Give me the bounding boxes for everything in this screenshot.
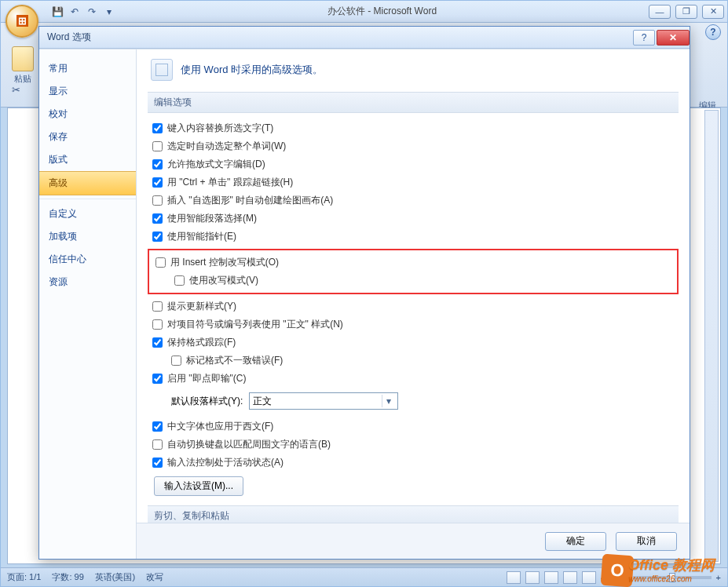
watermark-url: www.office26.com <box>628 574 715 583</box>
opt-drag-drop[interactable]: 允许拖放式文字编辑(D) <box>148 155 679 173</box>
opt-smart-paragraph[interactable]: 使用智能段落选择(M) <box>148 210 679 228</box>
nav-advanced[interactable]: 高级 <box>39 171 136 195</box>
chk-cn-font-latin[interactable] <box>152 421 163 432</box>
chk-typing-replaces[interactable] <box>152 123 163 133</box>
opt-label: 键入内容替换所选文字(T) <box>167 122 273 135</box>
opt-auto-keyboard[interactable]: 自动切换键盘以匹配周围文字的语言(B) <box>148 436 679 454</box>
opt-label: 提示更新样式(Y) <box>167 300 236 313</box>
zoom-in-icon[interactable]: + <box>716 573 721 582</box>
para-style-value: 正文 <box>253 395 272 408</box>
dialog-close-button[interactable]: ✕ <box>657 30 690 46</box>
opt-cn-font-latin[interactable]: 中文字体也应用于西文(F) <box>148 417 679 436</box>
chk-track-formatting[interactable] <box>152 337 163 348</box>
maximize-button[interactable]: ❐ <box>675 5 697 19</box>
chk-drag-drop[interactable] <box>152 159 163 170</box>
quick-access-toolbar: 💾 ↶ ↷ ▾ <box>51 5 115 18</box>
opt-auto-canvas[interactable]: 插入 "自选图形" 时自动创建绘图画布(A) <box>148 191 679 210</box>
opt-label: 使用改写模式(V) <box>189 274 258 287</box>
chk-auto-canvas[interactable] <box>152 195 163 206</box>
opt-label: 选定时自动选定整个单词(W) <box>167 140 286 153</box>
status-words[interactable]: 字数: 99 <box>52 571 83 583</box>
opt-ime-active[interactable]: 输入法控制处于活动状态(A) <box>148 454 679 472</box>
view-web-icon[interactable] <box>544 571 558 584</box>
opt-label: 中文字体也应用于西文(F) <box>167 420 273 433</box>
chk-ctrl-click[interactable] <box>152 177 163 188</box>
chk-mark-inconsistent[interactable] <box>171 355 181 366</box>
nav-resources[interactable]: 资源 <box>39 271 136 294</box>
status-page[interactable]: 页面: 1/1 <box>7 571 41 583</box>
watermark: Office 教程网 www.office26.com <box>628 556 715 583</box>
advanced-icon <box>151 59 173 81</box>
ribbon-help-icon[interactable]: ? <box>705 24 721 40</box>
view-read-icon[interactable] <box>525 571 540 584</box>
view-draft-icon[interactable] <box>582 571 596 584</box>
chk-ime-active[interactable] <box>152 458 163 468</box>
status-language[interactable]: 英语(美国) <box>95 571 135 583</box>
view-print-icon[interactable] <box>507 571 521 584</box>
opt-label: 使用智能指针(E) <box>167 230 236 243</box>
nav-save[interactable]: 保存 <box>39 126 136 148</box>
nav-general[interactable]: 常用 <box>39 57 136 80</box>
paste-icon[interactable] <box>12 46 34 71</box>
opt-use-overtype[interactable]: 使用改写模式(V) <box>151 272 675 290</box>
nav-display[interactable]: 显示 <box>39 80 136 103</box>
window-close-button[interactable]: ✕ <box>702 5 724 19</box>
chk-insert-overtype[interactable] <box>155 257 166 268</box>
titlebar: ⊞ 💾 ↶ ↷ ▾ 办公软件 - Microsoft Word — ❐ ✕ <box>1 1 727 23</box>
para-style-label: 默认段落样式(Y): <box>171 395 243 408</box>
chk-normal-style-lists[interactable] <box>152 319 163 330</box>
window-title: 办公软件 - Microsoft Word <box>115 5 649 18</box>
opt-typing-replaces[interactable]: 键入内容替换所选文字(T) <box>148 119 679 137</box>
qat-dropdown-icon[interactable]: ▾ <box>103 5 115 18</box>
ime-settings-button[interactable]: 输入法设置(M)... <box>154 476 243 496</box>
opt-track-formatting[interactable]: 保持格式跟踪(F) <box>148 334 679 352</box>
nav-addins[interactable]: 加载项 <box>39 225 136 248</box>
nav-layout[interactable]: 版式 <box>39 148 136 171</box>
nav-customize[interactable]: 自定义 <box>39 199 136 225</box>
office-button[interactable]: ⊞ <box>5 5 38 38</box>
nav-trust-center[interactable]: 信任中心 <box>39 248 136 271</box>
opt-label: 启用 "即点即输"(C) <box>167 372 247 385</box>
redo-icon[interactable]: ↷ <box>86 5 98 18</box>
content-heading: 使用 Word 时采用的高级选项。 <box>181 63 323 77</box>
undo-icon[interactable]: ↶ <box>68 5 81 18</box>
section-editing-options: 编辑选项 <box>148 92 679 113</box>
ok-button[interactable]: 确定 <box>545 532 606 551</box>
cancel-button[interactable]: 取消 <box>616 532 677 551</box>
dialog-help-button[interactable]: ? <box>633 30 655 46</box>
view-outline-icon[interactable] <box>563 571 577 584</box>
chk-auto-keyboard[interactable] <box>152 439 163 450</box>
opt-label: 保持格式跟踪(F) <box>167 336 236 349</box>
opt-label: 对项目符号或编号列表使用 "正文" 样式(N) <box>167 318 343 331</box>
chk-select-word[interactable] <box>152 141 163 151</box>
save-icon[interactable]: 💾 <box>51 5 64 18</box>
para-style-select[interactable]: 正文 ▾ <box>249 392 398 410</box>
chevron-down-icon: ▾ <box>382 395 394 407</box>
opt-mark-inconsistent[interactable]: 标记格式不一致错误(F) <box>148 352 679 370</box>
chk-use-overtype[interactable] <box>174 275 185 286</box>
nav-proofing[interactable]: 校对 <box>39 103 136 126</box>
opt-ctrl-click[interactable]: 用 "Ctrl + 单击" 跟踪超链接(H) <box>148 173 679 191</box>
opt-smart-cursor[interactable]: 使用智能指针(E) <box>148 228 679 246</box>
chk-smart-paragraph[interactable] <box>152 213 163 224</box>
status-mode[interactable]: 改写 <box>146 571 163 583</box>
window-controls: — ❐ ✕ <box>649 5 724 19</box>
opt-normal-style-lists[interactable]: 对项目符号或编号列表使用 "正文" 样式(N) <box>148 315 679 334</box>
dialog-title: Word 选项 <box>47 31 633 44</box>
options-scroll[interactable]: 编辑选项 键入内容替换所选文字(T) 选定时自动选定整个单词(W) 允许拖放式文… <box>137 92 690 523</box>
opt-prompt-style[interactable]: 提示更新样式(Y) <box>148 297 679 315</box>
clipboard-icon[interactable]: ✂ <box>12 84 20 96</box>
opt-select-word[interactable]: 选定时自动选定整个单词(W) <box>148 137 679 155</box>
opt-label: 用 "Ctrl + 单击" 跟踪超链接(H) <box>167 176 293 189</box>
opt-click-and-type[interactable]: 启用 "即点即输"(C) <box>148 370 679 388</box>
opt-insert-overtype[interactable]: 用 Insert 控制改写模式(O) <box>151 253 675 272</box>
dialog-nav: 常用 显示 校对 保存 版式 高级 自定义 加载项 信任中心 资源 <box>39 49 137 559</box>
minimize-button[interactable]: — <box>649 5 671 19</box>
chk-smart-cursor[interactable] <box>152 232 163 242</box>
paste-label: 粘贴 <box>12 73 34 85</box>
opt-label: 使用智能段落选择(M) <box>167 212 257 225</box>
section-cut-copy-paste: 剪切、复制和粘贴 <box>148 505 679 523</box>
opt-label: 自动切换键盘以匹配周围文字的语言(B) <box>167 438 331 451</box>
chk-click-and-type[interactable] <box>152 374 163 384</box>
chk-prompt-style[interactable] <box>152 301 163 312</box>
